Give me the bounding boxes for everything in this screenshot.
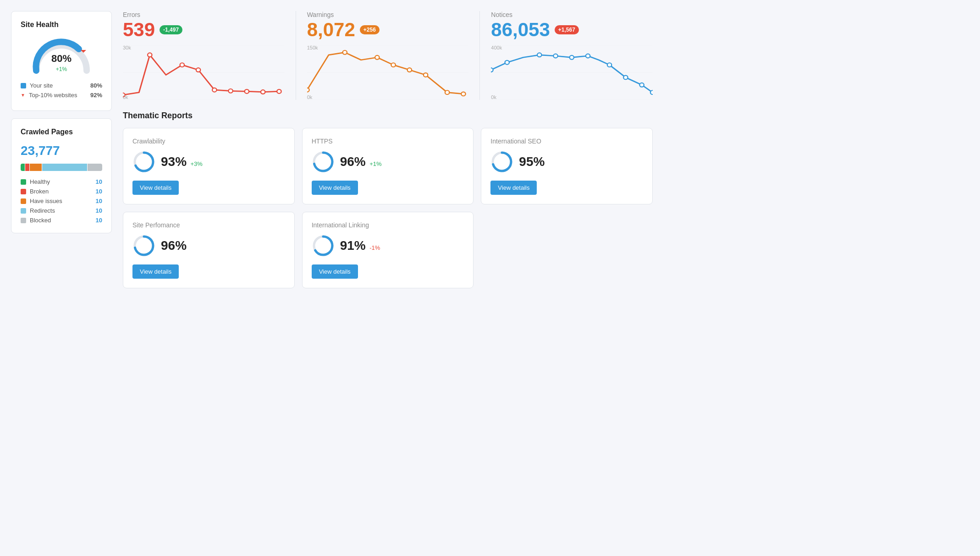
notices-chart: 400k 0k — [491, 45, 653, 100]
report-international-seo-value-row: 95% — [490, 150, 643, 173]
report-card-international-linking: International Linking 91% -1% — [302, 212, 474, 288]
crawlability-view-details-button[interactable]: View details — [132, 181, 179, 195]
report-site-performance-donut — [132, 234, 155, 257]
empty-placeholder — [481, 212, 653, 288]
bar-broken — [25, 164, 29, 171]
gauge-center-text: 80% +1% — [51, 53, 72, 73]
svg-point-35 — [640, 83, 644, 87]
svg-point-31 — [570, 55, 574, 60]
svg-point-11 — [261, 90, 265, 94]
report-international-linking-change: -1% — [369, 244, 380, 251]
report-site-performance-value-row: 96% — [132, 234, 285, 257]
international-seo-view-details-button[interactable]: View details — [490, 181, 537, 195]
svg-point-21 — [424, 73, 428, 77]
errors-label: Errors — [123, 11, 285, 18]
label-healthy: Healthy — [30, 178, 50, 185]
https-view-details-button[interactable]: View details — [312, 181, 358, 195]
legend-row-healthy: Healthy 10 — [21, 178, 102, 185]
thematic-reports-section: Thematic Reports Crawlability — [123, 111, 653, 288]
svg-point-20 — [407, 68, 411, 72]
count-blocked: 10 — [96, 217, 102, 224]
svg-point-36 — [650, 90, 653, 94]
svg-point-9 — [228, 89, 232, 93]
count-have-issues: 10 — [96, 198, 102, 204]
your-site-legend: Your site 80% — [21, 82, 102, 89]
dot-blocked — [21, 218, 26, 223]
divider-2 — [479, 11, 480, 100]
notices-chart-top: 400k — [491, 45, 502, 50]
svg-point-29 — [537, 53, 541, 57]
report-crawlability-percent: 93% — [161, 154, 187, 169]
warnings-label: Warnings — [307, 11, 469, 18]
legend-row-blocked: Blocked 10 — [21, 217, 102, 224]
dot-broken — [21, 189, 26, 194]
svg-point-16 — [307, 88, 309, 92]
reports-grid-top: Crawlability 93% +3% Vie — [123, 128, 653, 204]
site-health-gauge: 80% +1% — [21, 36, 102, 75]
report-card-crawlability: Crawlability 93% +3% Vie — [123, 128, 295, 204]
svg-point-27 — [491, 68, 493, 72]
report-international-seo-donut — [490, 150, 513, 173]
your-site-dot — [21, 83, 26, 88]
count-redirects: 10 — [96, 207, 102, 214]
legend-row-redirects: Redirects 10 — [21, 207, 102, 214]
dot-have-issues — [21, 198, 26, 204]
notices-section: Notices 86,053 +1,567 400k 0k — [491, 11, 653, 100]
report-crawlability-donut — [132, 150, 155, 173]
crawled-pages-total: 23,777 — [21, 143, 102, 158]
notices-chart-svg — [491, 45, 653, 100]
report-https-value-row: 96% +1% — [312, 150, 464, 173]
gauge-change: +1% — [56, 66, 67, 72]
notices-badge: +1,567 — [555, 25, 579, 34]
top10-legend: ▼ Top-10% websites 92% — [21, 92, 102, 99]
site-performance-view-details-button[interactable]: View details — [132, 264, 179, 279]
report-international-seo-percent: 95% — [519, 154, 545, 169]
gauge-container: 80% +1% — [29, 36, 94, 73]
report-https-title: HTTPS — [312, 138, 464, 145]
crawled-legend: Healthy 10 Broken 10 Have issues — [21, 178, 102, 224]
crawled-pages-card: Crawled Pages 23,777 Healthy 10 — [11, 118, 112, 233]
site-health-card: Site Health 80% +1% — [11, 11, 112, 111]
report-card-international-seo: International SEO 95% View details — [481, 128, 653, 204]
errors-chart-svg — [123, 45, 285, 100]
svg-point-19 — [391, 63, 395, 67]
svg-point-8 — [212, 88, 216, 92]
svg-point-7 — [196, 68, 200, 72]
international-linking-view-details-button[interactable]: View details — [312, 264, 358, 279]
warnings-chart: 150k 0k — [307, 45, 469, 100]
svg-point-12 — [277, 89, 281, 94]
report-crawlability-title: Crawlability — [132, 138, 285, 145]
top10-value: 92% — [90, 92, 102, 99]
errors-value: 539 — [123, 20, 155, 39]
report-international-linking-value-row: 91% -1% — [312, 234, 464, 257]
warnings-value: 8,072 — [307, 20, 355, 39]
label-have-issues: Have issues — [30, 198, 62, 204]
bar-redirects — [42, 164, 87, 171]
gauge-percent: 80% — [51, 53, 72, 65]
bar-have-issues — [30, 164, 42, 171]
report-https-percent: 96% — [340, 154, 366, 169]
svg-point-22 — [445, 90, 449, 94]
top10-label: Top-10% websites — [29, 92, 77, 99]
warnings-chart-top: 150k — [307, 45, 318, 50]
dot-redirects — [21, 208, 26, 214]
report-crawlability-value-row: 93% +3% — [132, 150, 285, 173]
warnings-chart-bottom: 0k — [307, 94, 313, 100]
crawled-pages-title: Crawled Pages — [21, 128, 102, 136]
errors-value-row: 539 -1,497 — [123, 20, 285, 39]
warnings-value-row: 8,072 +256 — [307, 20, 469, 39]
errors-section: Errors 539 -1,497 30k 0k — [123, 11, 285, 100]
legend-row-broken: Broken 10 — [21, 188, 102, 195]
your-site-value: 80% — [90, 82, 102, 89]
report-https-change: +1% — [369, 160, 381, 167]
divider-1 — [296, 11, 296, 100]
your-site-label: Your site — [30, 82, 53, 89]
svg-point-23 — [461, 92, 465, 96]
bar-blocked — [88, 164, 102, 171]
svg-point-34 — [624, 76, 628, 80]
report-site-performance-percent: 96% — [161, 238, 187, 253]
svg-point-32 — [586, 54, 590, 58]
label-redirects: Redirects — [30, 207, 55, 214]
errors-chart-bottom: 0k — [123, 94, 128, 100]
report-international-linking-percent: 91% — [340, 238, 366, 253]
